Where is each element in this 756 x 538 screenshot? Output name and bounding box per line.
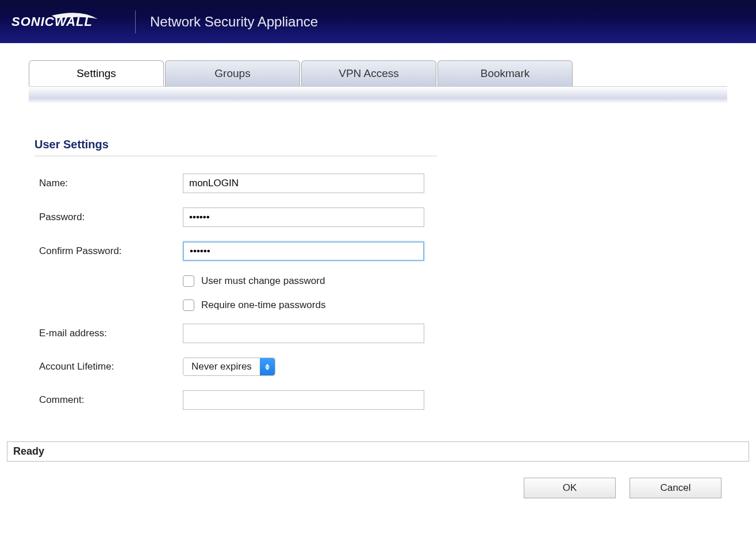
header-divider	[135, 10, 136, 33]
must-change-checkbox[interactable]	[183, 275, 194, 287]
row-lifetime: Account Lifetime: Never expires	[39, 358, 727, 376]
tab-vpn-access[interactable]: VPN Access	[301, 60, 436, 86]
row-confirm-password: Confirm Password:	[39, 241, 727, 261]
arrow-down-icon	[265, 367, 270, 370]
tab-settings[interactable]: Settings	[29, 60, 164, 86]
row-comment: Comment:	[39, 390, 727, 410]
tab-groups[interactable]: Groups	[165, 60, 300, 86]
cancel-button[interactable]: Cancel	[630, 478, 722, 498]
comment-input[interactable]	[183, 390, 424, 410]
lifetime-value: Never expires	[183, 361, 260, 372]
arrow-up-icon	[265, 364, 270, 367]
lifetime-select[interactable]: Never expires	[183, 358, 275, 376]
header-title: Network Security Appliance	[150, 14, 318, 30]
comment-label: Comment:	[39, 394, 183, 406]
require-otp-checkbox[interactable]	[183, 299, 194, 311]
row-require-otp: Require one-time passwords	[183, 299, 727, 311]
confirm-password-input[interactable]	[183, 241, 424, 261]
ok-button[interactable]: OK	[524, 478, 616, 498]
row-must-change: User must change password	[183, 275, 727, 287]
tab-underbar	[29, 86, 727, 103]
section-title: User Settings	[34, 138, 727, 151]
row-email: E-mail address:	[39, 324, 727, 343]
stepper-icon[interactable]	[260, 358, 275, 375]
must-change-label: User must change password	[201, 275, 325, 287]
email-label: E-mail address:	[39, 328, 183, 339]
row-name: Name:	[39, 174, 727, 193]
password-input[interactable]	[183, 207, 424, 227]
lifetime-label: Account Lifetime:	[39, 361, 183, 372]
row-password: Password:	[39, 207, 727, 227]
status-bar: Ready	[7, 441, 749, 462]
tab-bar: Settings Groups VPN Access Bookmark	[29, 60, 727, 86]
section-divider	[34, 156, 437, 156]
tab-bookmark[interactable]: Bookmark	[438, 60, 573, 86]
name-label: Name:	[39, 178, 183, 189]
require-otp-label: Require one-time passwords	[201, 299, 325, 311]
content-area: Settings Groups VPN Access Bookmark User…	[0, 43, 756, 430]
email-input[interactable]	[183, 324, 424, 343]
password-label: Password:	[39, 212, 183, 223]
confirm-password-label: Confirm Password:	[39, 245, 183, 257]
name-input[interactable]	[183, 174, 424, 193]
button-row: OK Cancel	[0, 462, 756, 510]
app-header: SONICWALL Network Security Appliance	[0, 0, 756, 43]
brand-logo: SONICWALL	[11, 12, 121, 32]
